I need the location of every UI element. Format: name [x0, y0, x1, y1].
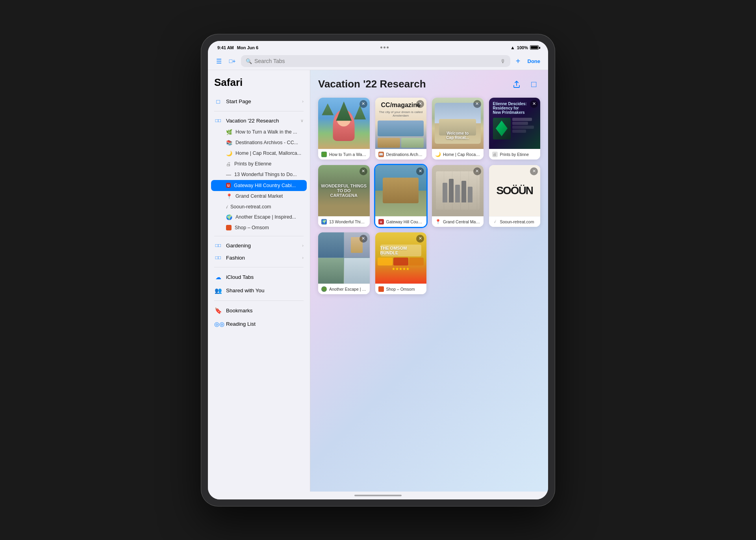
tab-card-wonderful[interactable]: ✕ WONDERFUL THINGS TO DOCARTAGENA 🌍 13 W… [318, 165, 370, 227]
sidebar-child-gateway[interactable]: u Gateway Hill Country Cabi... [211, 180, 307, 191]
sidebar-item-shared[interactable]: 👥 Shared with You [208, 284, 310, 297]
divider-2 [214, 236, 304, 236]
done-button[interactable]: Done [526, 57, 542, 66]
tab-card-gateway[interactable]: ✕ u Gateway Hill Country Cabins | ... [375, 165, 427, 227]
sidebar-child-wonderful[interactable]: — 13 Wonderful Things to Do... [208, 169, 310, 180]
grand-label: Grand Central Market [235, 193, 283, 199]
card-footer-escape: 🌿 Another Escape | Inspired by... [318, 284, 370, 294]
walk-label: How to Turn a Walk in the ... [235, 129, 297, 135]
sidebar-child-grand[interactable]: 📍 Grand Central Market [208, 191, 310, 202]
tab-card-omsom[interactable]: ✕ THE OMSOM BUNDLE [375, 232, 427, 294]
main-content: Safari □ Start Page › □□ Vacation '22 Re… [208, 70, 548, 492]
card-footer-cc: 📖 Destinations Archivos - CC/m... [375, 149, 427, 160]
sidebar-item-gardening[interactable]: □□ Gardening › [208, 239, 310, 252]
favicon-omsom [378, 286, 384, 292]
shared-icon: 👥 [214, 287, 222, 294]
sooun-label: Sooun-retreat.com [230, 204, 271, 210]
escape-label: Another Escape | Inspired... [235, 214, 296, 220]
sidebar-item-fashion[interactable]: □□ Fashion › [208, 252, 310, 264]
card-title-cc: Destinations Archivos - CC/m... [386, 152, 424, 157]
sidebar-child-mallorca[interactable]: 🌙 Home | Cap Rocat, Mallorca... [208, 148, 310, 159]
gateway-label: Gateway Hill Country Cabi... [234, 183, 296, 188]
home-bar [354, 495, 402, 496]
wifi-icon: ▲ [510, 45, 515, 50]
close-grand[interactable]: ✕ [473, 167, 481, 175]
sidebar-child-escape[interactable]: 🌍 Another Escape | Inspired... [208, 212, 310, 223]
tab-group-icon[interactable]: □ [528, 78, 540, 91]
card-title-omsom: Shop – Omsom [386, 287, 424, 291]
card-footer-walk: 🌿 How to Turn a Walk in the Wo... [318, 149, 370, 160]
card-footer-gateway: u Gateway Hill Country Cabins | ... [375, 216, 427, 227]
favicon-gateway: u [378, 219, 384, 225]
gardening-label: Gardening [226, 243, 298, 249]
gateway-icon: u [226, 183, 231, 188]
omsom-label: Shop – Omsom [235, 225, 269, 230]
escape-icon: 🌍 [226, 214, 232, 220]
tab-card-etienne[interactable]: ✕ Etienne Descides:Residency forNew Prin… [489, 98, 541, 160]
mallorca-label: Home | Cap Rocat, Mallorca... [235, 150, 301, 156]
sidebar-child-walk[interactable]: 🌿 How to Turn a Walk in the ... [208, 127, 310, 137]
tab-card-escape[interactable]: ✕ [318, 232, 370, 294]
close-etienne[interactable]: ✕ [530, 100, 538, 108]
icloud-icon: ☁ [214, 274, 222, 281]
etienne-label: Prints by Etienne [234, 161, 272, 167]
card-title-walk: How to Turn a Walk in the Wo... [329, 152, 367, 157]
card-footer-wonderful: 🌍 13 Wonderful Things to Do in... [318, 216, 370, 227]
close-wonderful[interactable]: ✕ [359, 167, 367, 175]
search-input[interactable] [254, 58, 498, 64]
tab-area-header: Vacation '22 Research □ [318, 78, 540, 91]
share-button[interactable] [510, 78, 523, 91]
tab-card-mallorca[interactable]: ✕ Welcome toCap Rocat... 🌙 [432, 98, 484, 160]
tab-area-title: Vacation '22 Research [318, 78, 426, 90]
add-tab-group-icon[interactable]: □+ [228, 56, 237, 66]
sidebar-title: Safari [208, 76, 310, 95]
tab-card-grand[interactable]: ✕ [432, 165, 484, 227]
close-walk[interactable]: ✕ [359, 100, 367, 108]
add-tab-button[interactable]: + [514, 55, 522, 67]
favicon-grand: 📍 [435, 219, 441, 225]
fashion-chevron: › [302, 255, 304, 260]
close-omsom[interactable]: ✕ [416, 235, 424, 243]
vacation-group-icon: □□ [214, 118, 222, 123]
sidebar-vacation-group[interactable]: □□ Vacation '22 Research ∨ [208, 115, 310, 127]
gardening-chevron: › [302, 243, 304, 248]
fashion-label: Fashion [226, 255, 298, 261]
close-mallorca[interactable]: ✕ [473, 100, 481, 108]
bookmarks-label: Bookmarks [226, 308, 304, 314]
nav-bar: ☰ □+ 🔍 🎙 + Done [208, 53, 548, 70]
sidebar-child-destinations[interactable]: 📚 Destinations Archivos - CC... [208, 137, 310, 148]
start-page-icon: □ [214, 98, 222, 105]
sidebar-item-start-page[interactable]: □ Start Page › [208, 95, 310, 108]
search-bar[interactable]: 🔍 🎙 [241, 55, 510, 67]
reading-label: Reading List [226, 321, 304, 327]
sidebar-item-bookmarks[interactable]: 🔖 Bookmarks [208, 304, 310, 317]
close-sooun[interactable]: ✕ [530, 167, 538, 175]
sidebar-item-reading[interactable]: ◎◎ Reading List [208, 317, 310, 331]
close-escape[interactable]: ✕ [359, 235, 367, 243]
card-title-escape: Another Escape | Inspired by... [329, 287, 367, 291]
tab-card-cc[interactable]: ✕ CC/magazine The city of your dream is … [375, 98, 427, 160]
ipad-frame: 9:41 AM Mon Jun 6 ▲ 100% ☰ □+ [201, 34, 555, 507]
tab-grid: ✕ [318, 98, 540, 294]
sidebar-child-etienne[interactable]: 🖨 Prints by Etienne [208, 159, 310, 169]
sidebar-child-omsom[interactable]: Shop – Omsom [208, 223, 310, 233]
mic-icon[interactable]: 🎙 [500, 58, 506, 64]
fashion-icon: □□ [214, 255, 222, 260]
icloud-label: iCloud Tabs [226, 274, 304, 280]
favicon-escape: 🌿 [321, 286, 327, 292]
shared-label: Shared with You [226, 288, 304, 293]
card-title-wonderful: 13 Wonderful Things to Do in... [329, 219, 367, 224]
tab-area-actions: □ [510, 78, 540, 91]
card-title-mallorca: Home | Cap Rocat, Mallorca | ... [443, 152, 480, 157]
card-title-grand: Grand Central Market [443, 219, 480, 224]
tab-card-walk[interactable]: ✕ [318, 98, 370, 160]
close-cc[interactable]: ✕ [416, 100, 424, 108]
wonderful-label: 13 Wonderful Things to Do... [234, 172, 297, 177]
sidebar-toggle-icon[interactable]: ☰ [214, 56, 224, 66]
sidebar-item-icloud[interactable]: ☁ iCloud Tabs [208, 271, 310, 284]
close-gateway[interactable]: ✕ [416, 167, 424, 175]
favicon-walk: 🌿 [321, 152, 327, 157]
divider-1 [214, 111, 304, 111]
tab-card-sooun[interactable]: ✕ SOÖÜN 𝑖 Sooun-retreat.com [489, 165, 541, 227]
sidebar-child-sooun[interactable]: 𝑖 Sooun-retreat.com [208, 202, 310, 212]
